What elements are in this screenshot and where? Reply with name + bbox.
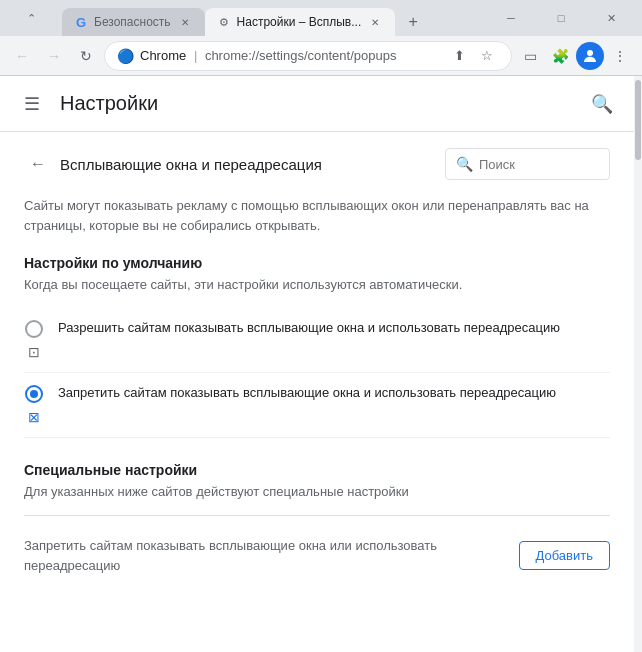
forward-button[interactable]: → xyxy=(40,42,68,70)
window-controls-right: ─ □ ✕ xyxy=(488,4,634,32)
special-settings-section: Специальные настройки Для указанных ниже… xyxy=(24,462,610,587)
allow-option: ⊡ Разрешить сайтам показывать всплывающи… xyxy=(24,308,610,373)
omnibox-action-icons: ⬆ ☆ xyxy=(447,44,499,68)
maximize-button[interactable]: □ xyxy=(538,4,584,32)
page-content: ☰ Настройки 🔍 ← Всплывающие окна и переа… xyxy=(0,76,642,652)
security-icon: 🔵 xyxy=(117,48,134,64)
allow-option-icon: ⊡ xyxy=(24,342,44,362)
chevron-up-button[interactable]: ⌃ xyxy=(8,4,54,32)
special-settings-desc: Для указанных ниже сайтов действуют спец… xyxy=(24,484,610,499)
allow-radio-button[interactable] xyxy=(25,320,43,338)
page-inner: ☰ Настройки 🔍 ← Всплывающие окна и переа… xyxy=(0,76,634,652)
allow-option-text: Разрешить сайтам показывать всплывающие … xyxy=(58,318,610,338)
add-row-text: Запретить сайтам показывать всплывающие … xyxy=(24,536,503,575)
more-menu-icon[interactable]: ⋮ xyxy=(606,42,634,70)
close-button[interactable]: ✕ xyxy=(588,4,634,32)
bookmark-icon[interactable]: ☆ xyxy=(475,44,499,68)
special-settings-title: Специальные настройки xyxy=(24,462,610,478)
breadcrumb-title: Всплывающие окна и переадресация xyxy=(60,156,322,173)
settings-page-title: Настройки xyxy=(60,92,586,115)
address-bar: ← → ↻ 🔵 Chrome | chrome://settings/conte… xyxy=(0,36,642,76)
back-navigation-button[interactable]: ← xyxy=(24,150,52,178)
extensions-icon[interactable]: 🧩 xyxy=(546,42,574,70)
block-radio-button[interactable] xyxy=(25,385,43,403)
omnibox-brand: Chrome xyxy=(140,48,186,63)
settings-content[interactable]: ← Всплывающие окна и переадресация 🔍 Сай… xyxy=(0,132,634,652)
minimize-button[interactable]: ─ xyxy=(488,4,534,32)
content-search-box[interactable]: 🔍 xyxy=(445,148,610,180)
window-controls-left: ⌃ xyxy=(8,4,54,32)
scrollbar[interactable] xyxy=(634,76,642,652)
svg-point-0 xyxy=(587,50,593,56)
title-bar: ⌃ G Безопасность ✕ ⚙ Настройки – Всплыв.… xyxy=(0,0,642,36)
settings-tab-close[interactable]: ✕ xyxy=(367,14,383,30)
block-option-text: Запретить сайтам показывать всплывающие … xyxy=(58,383,610,403)
omnibox-url: chrome://settings/content/popups xyxy=(205,48,397,63)
menu-icon[interactable]: ☰ xyxy=(16,88,48,120)
page-description: Сайты могут показывать рекламу с помощью… xyxy=(24,196,610,235)
new-tab-button[interactable]: + xyxy=(399,8,427,36)
omnibox[interactable]: 🔵 Chrome | chrome://settings/content/pop… xyxy=(104,41,512,71)
security-tab[interactable]: G Безопасность ✕ xyxy=(62,8,205,36)
refresh-button[interactable]: ↻ xyxy=(72,42,100,70)
default-settings-desc: Когда вы посещаете сайты, эти настройки … xyxy=(24,277,610,292)
browser-frame: ⌃ G Безопасность ✕ ⚙ Настройки – Всплыв.… xyxy=(0,0,642,652)
block-option-controls: ⊠ xyxy=(24,383,44,427)
search-box-input[interactable] xyxy=(479,157,599,172)
security-tab-close[interactable]: ✕ xyxy=(177,14,193,30)
omnibox-separator: | xyxy=(194,48,197,63)
default-settings-title: Настройки по умолчанию xyxy=(24,255,610,271)
back-button[interactable]: ← xyxy=(8,42,36,70)
allow-option-controls: ⊡ xyxy=(24,318,44,362)
divider xyxy=(24,515,610,516)
profile-button[interactable] xyxy=(576,42,604,70)
cast-icon[interactable]: ▭ xyxy=(516,42,544,70)
security-tab-label: Безопасность xyxy=(94,15,171,29)
add-button[interactable]: Добавить xyxy=(519,541,610,570)
block-option-icon: ⊠ xyxy=(24,407,44,427)
settings-tab-favicon: ⚙ xyxy=(217,15,231,29)
search-box-icon: 🔍 xyxy=(456,156,473,172)
settings-search-icon[interactable]: 🔍 xyxy=(586,88,618,120)
tab-bar: G Безопасность ✕ ⚙ Настройки – Всплыв...… xyxy=(62,0,484,36)
breadcrumb-row: ← Всплывающие окна и переадресация 🔍 xyxy=(24,148,610,180)
toolbar-icons: ▭ 🧩 ⋮ xyxy=(516,42,634,70)
settings-tab[interactable]: ⚙ Настройки – Всплыв... ✕ xyxy=(205,8,396,36)
share-icon[interactable]: ⬆ xyxy=(447,44,471,68)
settings-tab-label: Настройки – Всплыв... xyxy=(237,15,362,29)
add-row: Запретить сайтам показывать всплывающие … xyxy=(24,524,610,587)
omnibox-text: Chrome | chrome://settings/content/popup… xyxy=(140,48,441,63)
security-tab-favicon: G xyxy=(74,15,88,29)
settings-header: ☰ Настройки 🔍 xyxy=(0,76,634,132)
block-option: ⊠ Запретить сайтам показывать всплывающи… xyxy=(24,373,610,438)
scrollbar-thumb[interactable] xyxy=(635,80,641,160)
